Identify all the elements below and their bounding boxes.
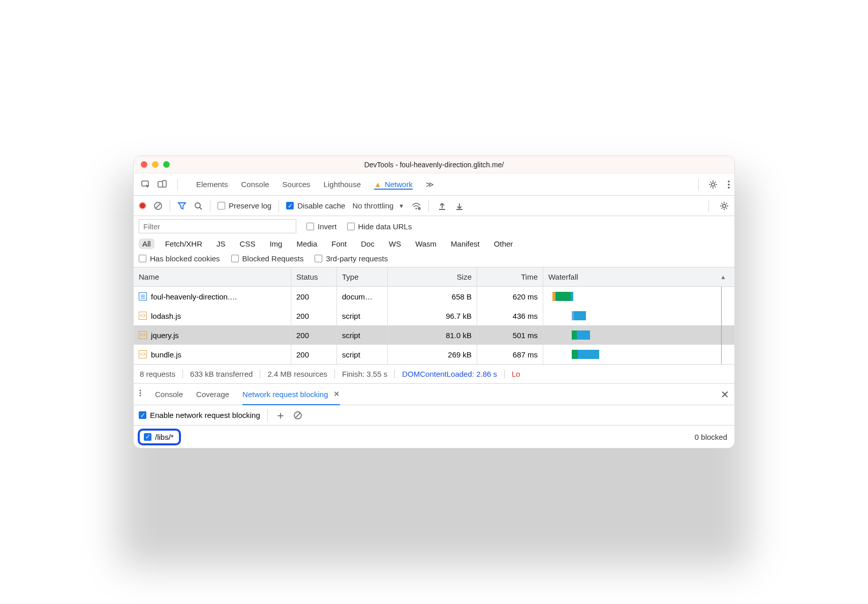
svg-point-6	[728, 187, 730, 189]
svg-point-3	[711, 183, 715, 186]
close-drawer-icon[interactable]: ✕	[721, 388, 729, 401]
svg-point-16	[139, 389, 141, 391]
script-icon: <>	[139, 312, 147, 320]
filter-type-fetch[interactable]: Fetch/XHR	[162, 238, 206, 249]
filter-bar: Invert Hide data URLs All Fetch/XHR JS C…	[134, 216, 734, 267]
col-status[interactable]: Status	[291, 267, 337, 286]
export-har-icon[interactable]	[455, 201, 463, 210]
third-party-checkbox[interactable]: 3rd-party requests	[315, 254, 388, 263]
drawer-more-icon[interactable]	[139, 388, 142, 401]
request-time: 501 ms	[513, 331, 538, 340]
enable-blocking-checkbox[interactable]: ✓Enable network request blocking	[139, 411, 260, 419]
filter-input[interactable]	[139, 219, 296, 233]
filter-type-ws[interactable]: WS	[385, 238, 405, 249]
request-name: foul-heavenly-direction.…	[151, 292, 237, 301]
filter-type-wasm[interactable]: Wasm	[412, 238, 440, 249]
filter-type-all[interactable]: All	[139, 238, 154, 249]
tab-sources[interactable]: Sources	[283, 180, 311, 189]
throttling-select[interactable]: No throttling ▼	[352, 201, 404, 210]
devtools-window: DevTools - foul-heavenly-direction.glitc…	[133, 156, 735, 448]
col-name[interactable]: Name	[134, 267, 291, 286]
request-time: 620 ms	[513, 292, 538, 301]
svg-point-11	[416, 207, 417, 209]
pattern-highlight: ✓/libs/*	[138, 429, 181, 445]
add-pattern-icon[interactable]: ＋	[275, 408, 286, 423]
filter-types: All Fetch/XHR JS CSS Img Media Font Doc …	[139, 238, 729, 249]
filter-type-media[interactable]: Media	[293, 238, 321, 249]
network-toolbar: Preserve log ✓Disable cache No throttlin…	[134, 196, 734, 216]
request-type: script	[342, 312, 360, 320]
col-time[interactable]: Time	[477, 267, 543, 286]
blocking-pattern-row: ✓/libs/* 0 blocked	[134, 426, 734, 448]
tab-network[interactable]: ▲ Network	[374, 180, 413, 190]
window-title: DevTools - foul-heavenly-direction.glitc…	[134, 161, 734, 169]
col-type[interactable]: Type	[337, 267, 388, 286]
filter-type-doc[interactable]: Doc	[357, 238, 378, 249]
filter-type-css[interactable]: CSS	[236, 238, 259, 249]
request-status: 200	[296, 312, 309, 320]
request-size: 81.0 kB	[446, 331, 472, 340]
request-size: 96.7 kB	[446, 312, 472, 320]
dcl-time: DOMContentLoaded: 2.86 s	[395, 370, 505, 378]
svg-rect-2	[163, 180, 166, 187]
blocked-requests-checkbox[interactable]: Blocked Requests	[231, 254, 304, 263]
titlebar: DevTools - foul-heavenly-direction.glitc…	[134, 156, 734, 173]
network-table: Name Status Type Size Time Waterfall▲ fo…	[134, 267, 734, 365]
script-icon: <>	[139, 350, 147, 358]
filter-type-font[interactable]: Font	[328, 238, 350, 249]
filter-type-js[interactable]: JS	[213, 238, 229, 249]
svg-point-18	[139, 395, 141, 396]
waterfall-cell	[543, 306, 734, 325]
tab-lighthouse[interactable]: Lighthouse	[324, 180, 361, 189]
disable-cache-checkbox[interactable]: ✓Disable cache	[286, 201, 345, 210]
filter-type-other[interactable]: Other	[490, 238, 517, 249]
filter-type-manifest[interactable]: Manifest	[447, 238, 483, 249]
drawer-toolbar: ✓Enable network request blocking ＋	[134, 405, 734, 426]
filter-type-img[interactable]: Img	[266, 238, 286, 249]
network-settings-icon[interactable]	[719, 201, 729, 211]
has-blocked-cookies-checkbox[interactable]: Has blocked cookies	[139, 254, 220, 263]
request-type: script	[342, 331, 360, 340]
clear-icon[interactable]	[153, 201, 163, 210]
network-conditions-icon[interactable]	[411, 201, 421, 210]
request-status: 200	[296, 292, 309, 301]
search-icon[interactable]	[194, 201, 203, 210]
device-toolbar-icon[interactable]	[157, 179, 167, 190]
svg-point-9	[195, 203, 200, 208]
pattern-checkbox[interactable]: ✓/libs/*	[144, 433, 174, 441]
tab-console[interactable]: Console	[241, 180, 269, 189]
document-icon	[139, 292, 147, 300]
sort-indicator-icon: ▲	[720, 274, 726, 281]
import-har-icon[interactable]	[438, 201, 446, 210]
table-row[interactable]: <>jquery.js200script81.0 kB501 ms	[134, 325, 734, 345]
preserve-log-checkbox[interactable]: Preserve log	[218, 201, 271, 210]
tab-elements[interactable]: Elements	[196, 180, 228, 189]
settings-icon[interactable]	[708, 179, 718, 190]
status-bar: 8 requests 633 kB transferred 2.4 MB res…	[134, 365, 734, 384]
hide-data-urls-checkbox[interactable]: Hide data URLs	[347, 222, 412, 231]
drawer-tab-coverage[interactable]: Coverage	[196, 384, 229, 405]
drawer-tab-blocking[interactable]: Network request blocking ✕	[242, 384, 339, 405]
col-size[interactable]: Size	[388, 267, 477, 286]
record-button[interactable]	[139, 202, 146, 209]
waterfall-cell	[543, 287, 734, 306]
svg-point-5	[728, 184, 730, 186]
waterfall-cell	[543, 345, 734, 364]
col-waterfall[interactable]: Waterfall▲	[543, 267, 734, 286]
invert-checkbox[interactable]: Invert	[306, 222, 337, 231]
kebab-menu-icon[interactable]	[727, 179, 730, 190]
filter-toggle-icon[interactable]	[177, 201, 187, 210]
blocked-count: 0 blocked	[695, 433, 727, 441]
more-tabs-icon[interactable]: ≫	[426, 180, 434, 189]
inspect-element-icon[interactable]	[141, 179, 151, 190]
table-row[interactable]: foul-heavenly-direction.…200docum…658 B6…	[134, 287, 734, 306]
table-row[interactable]: <>lodash.js200script96.7 kB436 ms	[134, 306, 734, 325]
svg-point-4	[728, 180, 730, 183]
request-status: 200	[296, 350, 309, 359]
clear-patterns-icon[interactable]	[293, 411, 302, 420]
request-time: 687 ms	[513, 350, 538, 359]
close-tab-icon[interactable]: ✕	[333, 389, 340, 399]
waterfall-cell	[543, 325, 734, 345]
drawer-tab-console[interactable]: Console	[155, 384, 183, 405]
table-row[interactable]: <>bundle.js200script269 kB687 ms	[134, 345, 734, 364]
